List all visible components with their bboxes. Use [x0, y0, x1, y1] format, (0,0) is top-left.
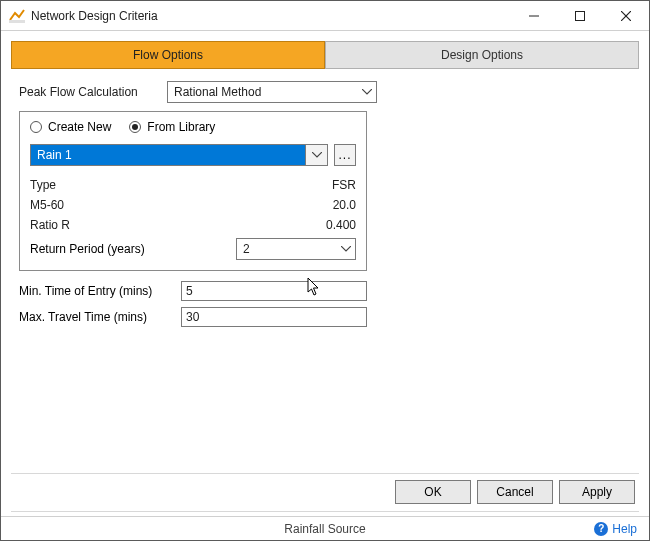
- library-selection-row: Rain 1 ...: [30, 144, 356, 166]
- close-button[interactable]: [603, 1, 649, 31]
- status-text: Rainfall Source: [1, 522, 649, 536]
- radio-icon: [30, 121, 42, 133]
- help-icon: ?: [594, 522, 608, 536]
- window-title: Network Design Criteria: [31, 9, 511, 23]
- tab-design-options[interactable]: Design Options: [325, 41, 639, 69]
- svg-rect-2: [576, 12, 585, 21]
- return-period-label: Return Period (years): [30, 242, 236, 256]
- tab-flow-options[interactable]: Flow Options: [11, 41, 325, 69]
- radio-from-library[interactable]: From Library: [129, 120, 215, 134]
- apply-button[interactable]: Apply: [559, 480, 635, 504]
- time-inputs: Min. Time of Entry (mins) Max. Travel Ti…: [19, 281, 367, 327]
- app-icon: [9, 8, 25, 24]
- ellipsis-icon: ...: [338, 148, 351, 162]
- tab-label: Design Options: [441, 48, 523, 62]
- min-time-entry-input[interactable]: [181, 281, 367, 301]
- content-area: Peak Flow Calculation Rational Method Cr…: [1, 69, 649, 339]
- type-row: Type FSR: [30, 178, 356, 192]
- radio-create-new[interactable]: Create New: [30, 120, 111, 134]
- radio-label: Create New: [48, 120, 111, 134]
- minimize-button[interactable]: [511, 1, 557, 31]
- status-bar: Rainfall Source ? Help: [1, 516, 649, 540]
- return-period-row: Return Period (years) 2: [30, 238, 356, 260]
- dialog-window: Network Design Criteria Flow Options Des…: [0, 0, 650, 541]
- ratio-r-row: Ratio R 0.400: [30, 218, 356, 232]
- separator: [11, 473, 639, 474]
- cancel-button[interactable]: Cancel: [477, 480, 553, 504]
- source-mode-radio-group: Create New From Library: [30, 120, 356, 134]
- window-controls: [511, 1, 649, 30]
- m5-60-row: M5-60 20.0: [30, 198, 356, 212]
- help-label: Help: [612, 522, 637, 536]
- button-label: Cancel: [496, 485, 533, 499]
- radio-icon: [129, 121, 141, 133]
- tab-label: Flow Options: [133, 48, 203, 62]
- svg-rect-0: [9, 20, 25, 23]
- select-value: Rational Method: [174, 85, 261, 99]
- separator: [11, 511, 639, 512]
- library-item-select[interactable]: Rain 1: [30, 144, 328, 166]
- min-time-entry-row: Min. Time of Entry (mins): [19, 281, 367, 301]
- m5-60-label: M5-60: [30, 198, 64, 212]
- ratio-r-label: Ratio R: [30, 218, 70, 232]
- browse-library-button[interactable]: ...: [334, 144, 356, 166]
- button-label: Apply: [582, 485, 612, 499]
- max-travel-time-row: Max. Travel Time (mins): [19, 307, 367, 327]
- ok-button[interactable]: OK: [395, 480, 471, 504]
- peak-flow-method-select[interactable]: Rational Method: [167, 81, 377, 103]
- min-time-entry-label: Min. Time of Entry (mins): [19, 284, 181, 298]
- return-period-select[interactable]: 2: [236, 238, 356, 260]
- type-value: FSR: [296, 178, 356, 192]
- select-value: Rain 1: [31, 145, 305, 165]
- dialog-buttons: OK Cancel Apply: [395, 480, 635, 504]
- max-travel-time-input[interactable]: [181, 307, 367, 327]
- chevron-down-icon: [305, 145, 327, 165]
- titlebar: Network Design Criteria: [1, 1, 649, 31]
- select-value: 2: [243, 242, 250, 256]
- type-label: Type: [30, 178, 56, 192]
- peak-flow-row: Peak Flow Calculation Rational Method: [19, 81, 631, 103]
- help-link[interactable]: ? Help: [594, 522, 637, 536]
- maximize-button[interactable]: [557, 1, 603, 31]
- radio-label: From Library: [147, 120, 215, 134]
- ratio-r-value: 0.400: [296, 218, 356, 232]
- tab-strip: Flow Options Design Options: [1, 31, 649, 69]
- rainfall-source-group: Create New From Library Rain 1 ...: [19, 111, 367, 271]
- max-travel-time-label: Max. Travel Time (mins): [19, 310, 181, 324]
- peak-flow-label: Peak Flow Calculation: [19, 85, 159, 99]
- m5-60-value: 20.0: [296, 198, 356, 212]
- chevron-down-icon: [341, 246, 351, 252]
- chevron-down-icon: [362, 89, 372, 95]
- button-label: OK: [424, 485, 441, 499]
